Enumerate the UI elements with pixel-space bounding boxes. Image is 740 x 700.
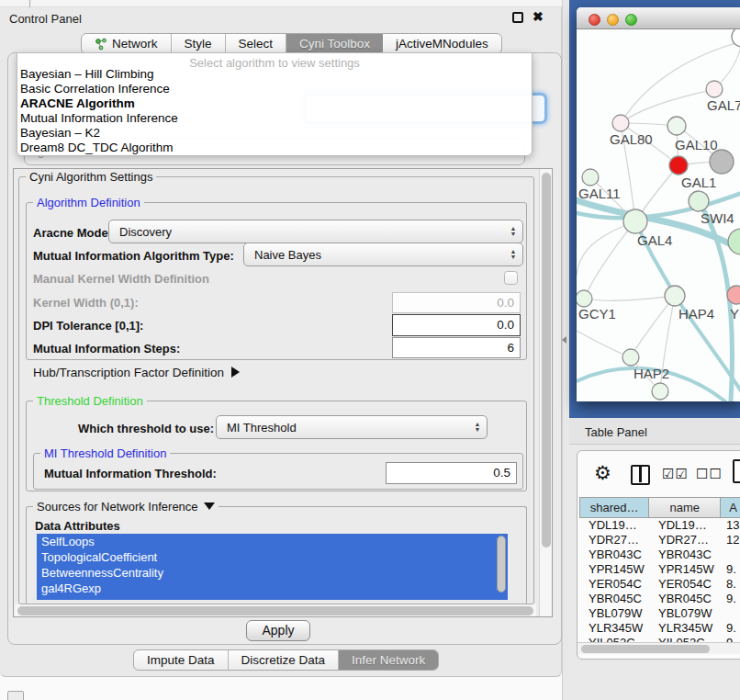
- tab-discretize-data[interactable]: Discretize Data: [229, 650, 340, 670]
- close-icon[interactable]: ✖: [533, 9, 544, 24]
- scrollbar-thumb[interactable]: [542, 173, 551, 548]
- data-attribute-item[interactable]: SelfLoops: [37, 534, 508, 549]
- tab-cyni-toolbox[interactable]: Cyni Toolbox: [286, 34, 383, 53]
- network-node[interactable]: [710, 150, 734, 174]
- network-node[interactable]: [612, 115, 629, 131]
- deselect-all-icon[interactable]: ☐☐: [696, 466, 723, 482]
- table-row[interactable]: YBR045CYBR045C9.: [579, 592, 740, 606]
- tab-select[interactable]: Select: [226, 34, 287, 53]
- manual-kernel-checkbox[interactable]: [504, 271, 518, 285]
- network-node[interactable]: [669, 156, 688, 175]
- select-all-icon[interactable]: ☑☑: [662, 466, 689, 482]
- dpi-tolerance-label: DPI Tolerance [0,1]:: [33, 319, 143, 333]
- table-cell: 9.: [723, 621, 740, 636]
- table-cell: YDR27…: [650, 533, 723, 548]
- network-node[interactable]: [727, 286, 740, 304]
- collapse-left-icon[interactable]: [562, 336, 566, 344]
- table-row[interactable]: YER054CYER054C8.: [579, 577, 740, 592]
- dpi-tolerance-field[interactable]: 0.0: [392, 314, 521, 336]
- panel-divider[interactable]: [562, 0, 569, 700]
- scrollbar-thumb[interactable]: [581, 645, 710, 653]
- table-row[interactable]: YPR145WYPR145W9.: [579, 562, 740, 577]
- table-cell: YBR043C: [579, 548, 650, 562]
- table-cell: 13: [723, 518, 740, 533]
- data-attribute-item[interactable]: BetweennessCentrality: [37, 565, 508, 581]
- algorithm-option[interactable]: ARACNE Algorithm: [17, 96, 532, 111]
- kernel-width-field[interactable]: 0.0: [392, 292, 521, 313]
- tab-style[interactable]: Style: [172, 34, 226, 53]
- table-row[interactable]: YLR345WYLR345W9.: [579, 621, 740, 636]
- network-node[interactable]: [706, 81, 723, 97]
- stepper-icon: ▲▼: [504, 226, 522, 237]
- control-panel-title: Control Panel: [9, 12, 82, 26]
- which-threshold-value: MI Threshold: [217, 421, 468, 435]
- column-header-shared[interactable]: shared…: [579, 497, 649, 518]
- cyni-algorithm-settings-title: Cyni Algorithm Settings: [26, 170, 156, 184]
- network-node-label: GAL1: [681, 175, 716, 190]
- table-row[interactable]: YBL079WYBL079W: [579, 606, 740, 621]
- table-cell: YLR345W: [650, 621, 723, 636]
- network-node[interactable]: [582, 169, 599, 186]
- table-rows: YDL19…YDL19…13YDR27…YDR27…12YBR043CYBR04…: [579, 518, 740, 642]
- network-icon: [95, 38, 107, 51]
- tab-jactivemnodules[interactable]: jActiveMNodules: [383, 34, 501, 53]
- apply-button[interactable]: Apply: [246, 620, 310, 641]
- tab-infer-network[interactable]: Infer Network: [339, 650, 438, 670]
- network-node[interactable]: [665, 286, 685, 306]
- mi-threshold-field[interactable]: 0.5: [386, 462, 517, 484]
- table-cell: YER054C: [579, 577, 650, 592]
- network-node[interactable]: [623, 209, 647, 233]
- network-node[interactable]: [652, 383, 668, 400]
- settings-horizontal-scrollbar[interactable]: [15, 604, 536, 616]
- network-canvas[interactable]: GAL7GAL80GAL10GAL1GAL11SWI4GAL4GCY1HAP4Y…: [577, 29, 740, 401]
- tab-impute-data[interactable]: Impute Data: [134, 650, 229, 670]
- network-node[interactable]: [689, 191, 709, 211]
- scrollbar-thumb[interactable]: [17, 606, 533, 615]
- collapse-down-icon[interactable]: [204, 502, 215, 510]
- data-attributes-list[interactable]: SelfLoopsTopologicalCoefficientBetweenne…: [37, 534, 508, 600]
- mi-type-value: Naive Bayes: [244, 248, 504, 262]
- which-threshold-combo[interactable]: MI Threshold ▲▼: [216, 415, 488, 439]
- network-node[interactable]: [728, 229, 740, 254]
- network-node-label: GAL11: [578, 186, 621, 201]
- data-attribute-item[interactable]: gal4RGexp: [37, 581, 508, 596]
- mi-type-combo[interactable]: Naive Bayes ▲▼: [243, 243, 523, 266]
- network-node[interactable]: [622, 349, 639, 366]
- table-horizontal-scrollbar[interactable]: [577, 642, 740, 654]
- algorithm-option[interactable]: Dream8 DC_TDC Algorithm: [17, 141, 532, 155]
- mi-steps-field[interactable]: 6: [392, 337, 521, 358]
- gear-icon[interactable]: ⚙: [594, 462, 611, 484]
- column-header-clipped[interactable]: A: [721, 497, 740, 518]
- network-node-label: GAL80: [610, 131, 653, 147]
- table-row[interactable]: YDL19…YDL19…13: [579, 518, 740, 533]
- settings-vertical-scrollbar[interactable]: [539, 169, 552, 616]
- zoom-traffic-light[interactable]: [625, 14, 637, 26]
- aracne-mode-value: Discovery: [109, 225, 504, 239]
- table-row[interactable]: YIL052CYIL052C9: [579, 636, 740, 642]
- data-attribute-item[interactable]: TopologicalCoefficient: [37, 549, 508, 565]
- close-traffic-light[interactable]: [589, 14, 600, 26]
- column-header-name[interactable]: name: [649, 497, 721, 518]
- table-row[interactable]: YBR043CYBR043C: [579, 548, 740, 562]
- minimized-panel-icon[interactable]: [7, 691, 24, 700]
- table-cell: YDL19…: [650, 518, 723, 533]
- algorithm-option[interactable]: Mutual Information Inference: [17, 111, 532, 126]
- table-cell: 8.: [723, 577, 740, 592]
- algorithm-option[interactable]: Basic Correlation Inference: [17, 82, 532, 96]
- table-cell: [723, 548, 740, 562]
- minimize-traffic-light[interactable]: [607, 14, 619, 26]
- tab-network[interactable]: Network: [82, 34, 172, 53]
- algorithm-option[interactable]: Bayesian – K2: [17, 126, 532, 141]
- table-row[interactable]: YDR27…YDR27…12: [579, 533, 740, 548]
- network-window-titlebar[interactable]: [577, 7, 740, 29]
- network-node[interactable]: [667, 117, 686, 135]
- main-tab-bar: Network Style Select Cyni Toolbox jActiv…: [81, 33, 502, 54]
- document-icon[interactable]: [733, 459, 740, 483]
- hub-definition-toggle[interactable]: Hub/Transcription Factor Definition: [33, 366, 240, 379]
- table-panel-body: ⚙ ☑☑ ☐☐ shared… name A YDL19…YDL19…13YDR…: [577, 450, 740, 660]
- aracne-mode-combo[interactable]: Discovery ▲▼: [108, 220, 523, 243]
- float-window-icon[interactable]: [512, 12, 523, 23]
- network-node[interactable]: [577, 290, 592, 307]
- columns-icon[interactable]: [631, 465, 650, 485]
- list-scrollbar[interactable]: [497, 536, 506, 593]
